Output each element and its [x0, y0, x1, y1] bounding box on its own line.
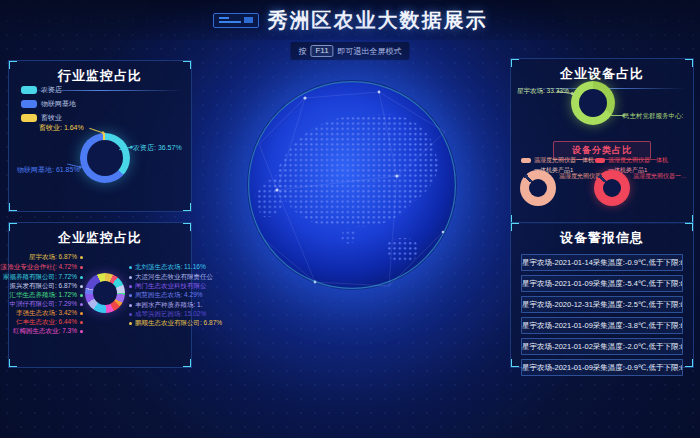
- enterprise-chart-label: 汇华生态养殖场: 1.72%: [9, 291, 83, 300]
- legend-swatch: [595, 158, 605, 163]
- alarm-row[interactable]: 星宇农场-2021-01-09采集温度:-3.8℃,低于下限:0℃: [521, 317, 683, 334]
- panel-title: 行业监控占比: [9, 61, 191, 85]
- enterprise-chart-label: 闸门生态农业科技有限公: [129, 282, 207, 291]
- enterprise-chart-label: 仁丰生态农业: 6.44%: [16, 318, 83, 327]
- label-dot: [80, 256, 83, 259]
- enterprise-chart-label: 周慧园生态农场: 4.29%: [129, 291, 203, 300]
- class-left-donut-chart[interactable]: [520, 170, 556, 206]
- chart-label: 农资店: 36.57%: [133, 143, 182, 153]
- enterprise-chart-label: 丰园水产种质养殖场: 1.: [129, 301, 203, 310]
- legend-swatch: [21, 86, 37, 94]
- dashboard: 秀洲区农业大数据展示 按 F11 即可退出全屏模式: [0, 0, 700, 438]
- panel-enterprise-monitor: 企业监控占比 星宇农场: 6.87% 石臼漾渔业专业合作社(: 4.72% 家福…: [8, 222, 192, 368]
- class-right-donut-chart[interactable]: [594, 170, 630, 206]
- alarm-row[interactable]: 星宇农场-2021-01-14采集温度:-0.9℃,低于下限:0℃: [521, 254, 683, 271]
- hint-suffix: 即可退出全屏模式: [338, 46, 402, 57]
- chart-label: 民主村党群服务中心:: [623, 112, 683, 121]
- enterprise-chart-label: 石臼漾渔业专业合作社(: 4.72%: [0, 263, 83, 272]
- label-dot: [129, 294, 132, 297]
- label-dot: [129, 322, 132, 325]
- enterprise-chart-label: 振兴发有限公司: 6.87%: [9, 282, 83, 291]
- f11-key: F11: [310, 45, 333, 57]
- brand-logo: [213, 13, 259, 28]
- panel-title: 设备警报信息: [511, 223, 693, 247]
- legend-label: 物联网基地: [41, 99, 76, 109]
- chart-label: 畜牧业: 1.64%: [39, 123, 84, 133]
- hint-prefix: 按: [298, 46, 306, 57]
- label-dot: [129, 304, 132, 307]
- class-left-legend[interactable]: 温湿度光照仪器一体机: [521, 156, 594, 165]
- panel-alarm-info: 设备警报信息 星宇农场-2021-01-14采集温度:-0.9℃,低于下限:0℃…: [510, 222, 694, 368]
- fullscreen-hint: 按 F11 即可退出全屏模式: [290, 42, 409, 60]
- alarm-row[interactable]: 星宇农场-2021-01-09采集温度:-5.4℃,低于下限:0℃: [521, 275, 683, 292]
- class-right-pointer-label: 温湿度光照仪器一…: [633, 172, 687, 181]
- label-dot: [80, 266, 83, 269]
- leader-line: [611, 115, 623, 116]
- label-dot: [129, 276, 132, 279]
- enterprise-chart-label: 中润仔有限公司: 7.29%: [9, 300, 83, 309]
- alarm-row[interactable]: 星宇农场-2020-12-31采集温度:-2.5℃,低于下限:0℃: [521, 296, 683, 313]
- enterprise-donut-chart[interactable]: [85, 273, 125, 313]
- page-title: 秀洲区农业大数据展示: [268, 7, 488, 34]
- legend-swatch: [21, 114, 37, 122]
- enterprise-chart-label: 鹏顺生态农业有限公司: 6.87%: [129, 319, 222, 328]
- label-dot: [80, 294, 83, 297]
- legend-item[interactable]: 农资店: [21, 85, 76, 95]
- label-dot: [80, 303, 83, 306]
- legend-swatch: [521, 158, 531, 163]
- industry-legend: 农资店 物联网基地 畜牧业: [21, 85, 76, 127]
- leader-line: [89, 128, 103, 133]
- panel-device-ratio: 企业设备占比 星宇农场: 33.33% 民主村党群服务中心: 设备分类占比 温湿…: [510, 58, 694, 224]
- enterprise-chart-label: 红梅园生态农业: 7.3%: [13, 327, 83, 336]
- legend-label: 畜牧业: [41, 113, 62, 123]
- enterprise-chart-label: 家福养殖有限公司: 7.72%: [3, 273, 83, 282]
- label-dot: [80, 330, 83, 333]
- alarm-row[interactable]: 星宇农场-2021-01-02采集温度:-2.0℃,低于下限:0℃: [521, 338, 683, 355]
- class-right-legend[interactable]: 温湿度光照仪器一体机: [595, 156, 668, 165]
- enterprise-chart-label: 成琴浜园艺园场: 15.02%: [129, 310, 206, 319]
- label-dot: [80, 321, 83, 324]
- globe: [247, 80, 457, 290]
- label-dot: [80, 312, 83, 315]
- globe-graphic: [247, 80, 457, 290]
- industry-donut-chart[interactable]: [80, 133, 130, 183]
- panel-title: 企业监控占比: [9, 223, 191, 247]
- label-dot: [129, 285, 132, 288]
- label-dot: [80, 276, 83, 279]
- panel-industry-monitor: 行业监控占比 农资店 物联网基地 畜牧业 畜牧业: 1.64% 农资店: 36.…: [8, 60, 192, 212]
- label-dot: [80, 285, 83, 288]
- alarm-row[interactable]: 星宇农场-2021-01-09采集温度:-0.9℃,低于下限:0℃: [521, 359, 683, 376]
- device-donut-chart[interactable]: [571, 81, 615, 125]
- enterprise-chart-label: 李强生态农场: 3.42%: [16, 309, 83, 318]
- header: 秀洲区农业大数据展示: [0, 0, 700, 40]
- enterprise-chart-label: 星宇农场: 6.87%: [29, 253, 83, 262]
- panel-title: 企业设备占比: [511, 59, 693, 83]
- label-dot: [129, 266, 132, 269]
- enterprise-chart-label: 大运河生态牧业有限责任公: [129, 273, 213, 282]
- legend-item[interactable]: 畜牧业: [21, 113, 76, 123]
- enterprise-chart-label: 北刘荡生态农场: 11.16%: [129, 263, 206, 272]
- chart-label: 物联网基地: 61.85%: [17, 165, 80, 175]
- legend-swatch: [21, 100, 37, 108]
- label-dot: [129, 313, 132, 316]
- legend-label: 农资店: [41, 85, 62, 95]
- legend-item[interactable]: 物联网基地: [21, 99, 76, 109]
